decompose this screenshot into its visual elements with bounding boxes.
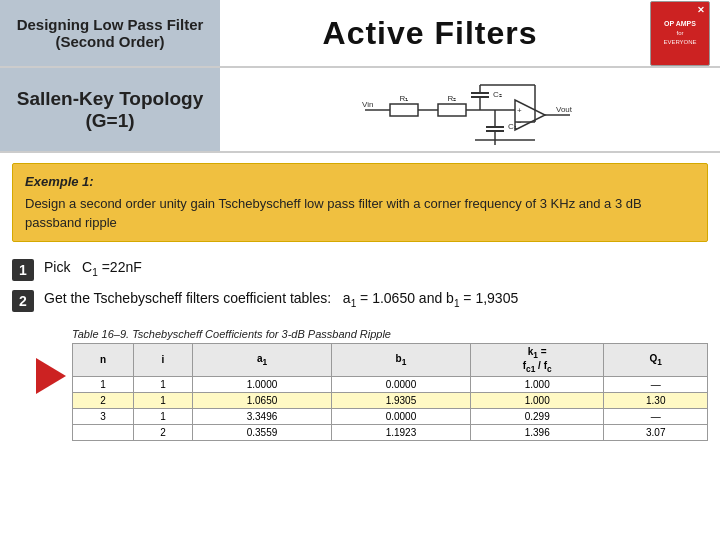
book-title-line2: for [676,30,683,37]
topology-title: Sallen-Key Topology (G=1) [17,88,204,132]
book-cover: ✕ OP AMPS for EVERYONE [650,1,710,66]
table-row-highlighted: 2 1 1.0650 1.9305 1.000 1.30 [73,392,708,408]
cell-a1: 1.0000 [193,376,332,392]
cell-b1: 1.9305 [331,392,470,408]
example-box: Exemple 1: Design a second order unity g… [12,163,708,242]
step-1-number: 1 [12,259,34,281]
step-1: 1 Pick C1 =22nF [12,258,708,281]
step-2-text: Get the Tschebyscheff filters coefficien… [44,289,518,311]
header-right: ✕ OP AMPS for EVERYONE [640,0,720,66]
svg-text:R₂: R₂ [448,94,457,103]
cell-i: 1 [133,392,192,408]
table-header-row: n i a1 b1 k1 = fc1 / fc Q1 [73,343,708,376]
header-left-label: Designing Low Pass Filter (Second Order) [0,0,220,66]
svg-text:Vin: Vin [362,100,373,109]
col-i: i [133,343,192,376]
cell-k1: 1.000 [470,376,604,392]
svg-text:C₂: C₂ [493,90,502,99]
col-b1: b1 [331,343,470,376]
cell-k1: 0.299 [470,408,604,424]
cell-q1: — [604,376,708,392]
example-text: Design a second order unity gain Tscheby… [25,194,695,233]
cell-b1: 0.0000 [331,376,470,392]
svg-text:+: + [517,106,522,115]
cell-q1: 1.30 [604,392,708,408]
book-x: ✕ [697,5,705,15]
cell-a1: 1.0650 [193,392,332,408]
steps-area: 1 Pick C1 =22nF 2 Get the Tschebyscheff … [0,252,720,326]
cell-i: 2 [133,424,192,440]
svg-text:Vout: Vout [556,105,573,114]
example-label: Exemple 1: [25,172,695,192]
table-container: Table 16–9. Tschebyscheff Coefficients f… [72,328,708,441]
page-title: Active Filters [323,15,538,52]
col-n: n [73,343,134,376]
table-row: 1 1 1.0000 0.0000 1.000 — [73,376,708,392]
svg-rect-4 [438,104,466,116]
table-row: 2 0.3559 1.1923 1.396 3.07 [73,424,708,440]
highlight-arrow [36,358,66,394]
cell-k1: 1.396 [470,424,604,440]
cell-n: 3 [73,408,134,424]
table-row: 3 1 3.3496 0.0000 0.299 — [73,408,708,424]
arrow-container [12,358,72,394]
book-title-line3: EVERYONE [663,39,696,46]
cell-a1: 0.3559 [193,424,332,440]
cell-n: 1 [73,376,134,392]
cell-a1: 3.3496 [193,408,332,424]
step-2: 2 Get the Tschebyscheff filters coeffici… [12,289,708,312]
cell-b1: 0.0000 [331,408,470,424]
col-k1: k1 = fc1 / fc [470,343,604,376]
table-title: Table 16–9. Tschebyscheff Coefficients f… [72,328,708,340]
col-q1: Q1 [604,343,708,376]
svg-text:R₁: R₁ [400,94,409,103]
svg-rect-1 [390,104,418,116]
cell-i: 1 [133,408,192,424]
table-area: Table 16–9. Tschebyscheff Coefficients f… [0,326,720,447]
cell-n: 2 [73,392,134,408]
cell-b1: 1.1923 [331,424,470,440]
cell-n [73,424,134,440]
header-center: Active Filters [220,0,640,66]
step-2-number: 2 [12,290,34,312]
cell-i: 1 [133,376,192,392]
topology-label: Sallen-Key Topology (G=1) [0,68,220,151]
topology-section: Sallen-Key Topology (G=1) R₁ R₂ C₁ [0,68,720,153]
cell-q1: 3.07 [604,424,708,440]
coefficients-table: n i a1 b1 k1 = fc1 / fc Q1 1 1 1.0000 0.… [72,343,708,441]
cell-k1: 1.000 [470,392,604,408]
circuit-svg: R₁ R₂ C₁ C₂ + − [360,75,580,145]
circuit-diagram: R₁ R₂ C₁ C₂ + − [220,67,720,153]
col-a1: a1 [193,343,332,376]
header: Designing Low Pass Filter (Second Order)… [0,0,720,68]
filter-type-label: Designing Low Pass Filter (Second Order) [17,16,204,50]
book-title-line1: OP AMPS [664,20,696,28]
step-1-text: Pick C1 =22nF [44,258,142,280]
cell-q1: — [604,408,708,424]
